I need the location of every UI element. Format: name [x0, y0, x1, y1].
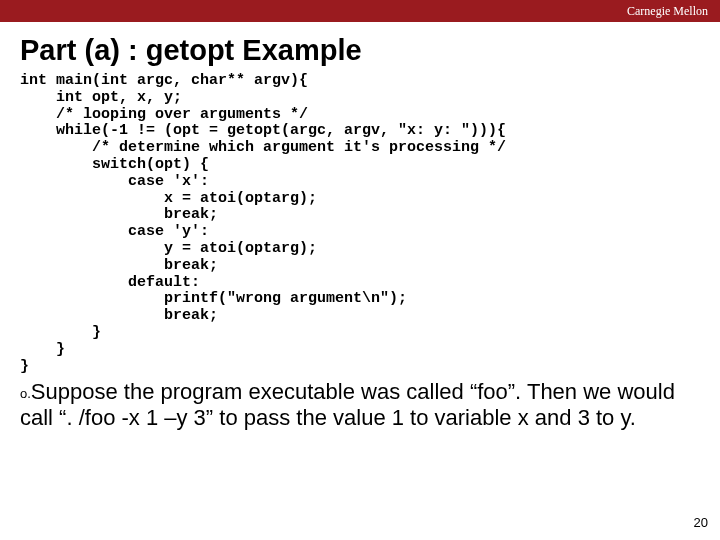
- body-text-content: Suppose the program executable was calle…: [20, 379, 675, 430]
- page-number: 20: [694, 515, 708, 530]
- code-block: int main(int argc, char** argv){ int opt…: [20, 73, 720, 375]
- body-paragraph: o.Suppose the program executable was cal…: [20, 379, 700, 431]
- bullet-marker: o.: [20, 386, 31, 401]
- slide-title: Part (a) : getopt Example: [20, 34, 720, 67]
- brand-text: Carnegie Mellon: [627, 4, 708, 19]
- header-bar: Carnegie Mellon: [0, 0, 720, 22]
